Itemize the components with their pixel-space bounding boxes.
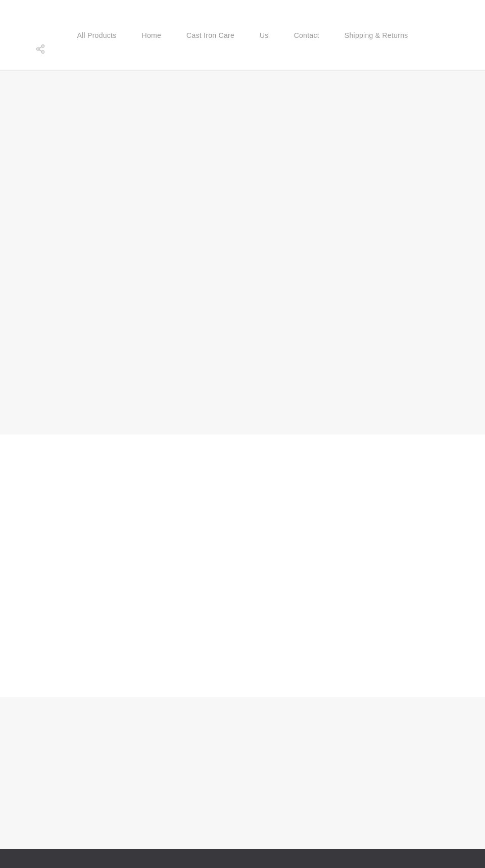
site-header: All Products Home Cast Iron Care Us Cont… (0, 0, 485, 71)
nav-link-all-products[interactable]: All Products (77, 31, 116, 39)
share-button[interactable] (35, 44, 45, 56)
main-nav: All Products Home Cast Iron Care Us Cont… (77, 31, 408, 39)
nav-link-contact[interactable]: Contact (294, 31, 319, 39)
nav-link-cast-iron-care[interactable]: Cast Iron Care (186, 31, 234, 39)
content-section-3 (0, 697, 485, 849)
content-section-1 (0, 71, 485, 435)
nav-link-us[interactable]: Us (260, 31, 269, 39)
site-footer: Home Cast Iron Care Us Contact Shipping … (0, 849, 485, 868)
content-section-2 (0, 435, 485, 697)
svg-line-3 (39, 50, 42, 51)
svg-line-4 (39, 46, 42, 48)
share-icon (35, 44, 45, 54)
nav-link-home[interactable]: Home (142, 31, 161, 39)
nav-link-shipping-returns[interactable]: Shipping & Returns (345, 31, 408, 39)
